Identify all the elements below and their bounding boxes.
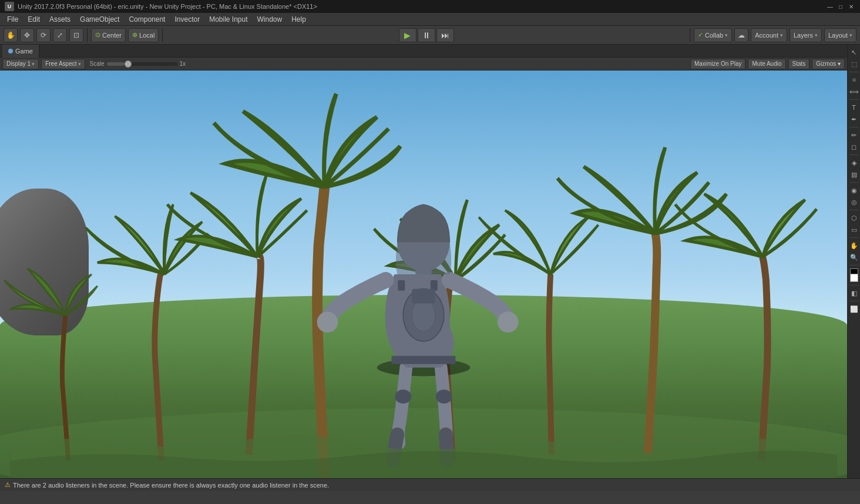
rt-sep-6 xyxy=(849,210,859,210)
pivot-local-label: Local xyxy=(139,32,154,39)
mute-audio-label: Mute Audio xyxy=(752,61,781,67)
aspect-label: Free Aspect xyxy=(45,61,76,67)
rt-select-icon[interactable]: ⬚ xyxy=(849,59,859,69)
cloud-button[interactable]: ☁ xyxy=(734,28,748,42)
collab-label: Collab xyxy=(705,32,723,39)
status-message: There are 2 audio listeners in the scene… xyxy=(13,482,329,489)
maximize-on-play-button[interactable]: Maximize On Play xyxy=(690,59,746,69)
game-tab-bar: Game xyxy=(0,45,847,58)
background-color[interactable] xyxy=(850,274,858,282)
status-bar: ⚠ There are 2 audio listeners in the sce… xyxy=(0,478,860,491)
stats-button[interactable]: Stats xyxy=(788,59,810,69)
rt-gradient-icon[interactable]: ▤ xyxy=(849,169,859,180)
rt-zoom-icon[interactable]: 🔍 xyxy=(849,252,859,263)
rt-sep-4 xyxy=(849,154,859,155)
rt-dodge-icon[interactable]: ◎ xyxy=(849,197,859,207)
pivot-center-button[interactable]: ⊙ Center xyxy=(91,28,126,42)
game-tab[interactable]: Game xyxy=(2,45,39,58)
close-button[interactable]: ✕ xyxy=(847,2,855,11)
layers-arrow: ▾ xyxy=(815,32,818,38)
account-arrow: ▾ xyxy=(780,32,783,38)
toolbar-right: ✓ Collab ▾ ☁ Account ▾ Layers ▾ Layout ▾ xyxy=(694,28,856,42)
rt-shape-icon[interactable]: ▭ xyxy=(849,224,859,235)
unity-logo: U xyxy=(5,2,14,11)
rt-sep-10 xyxy=(849,301,859,301)
maximize-on-play-label: Maximize On Play xyxy=(694,61,742,67)
account-label: Account xyxy=(755,32,778,39)
collab-arrow: ▾ xyxy=(725,32,728,38)
toolbar-sep-3 xyxy=(690,28,690,42)
layers-label: Layers xyxy=(794,32,813,39)
scale-label: Scale xyxy=(90,61,105,67)
rt-sep-1 xyxy=(849,72,859,72)
play-button[interactable]: ▶ xyxy=(399,28,416,42)
rt-sep-2 xyxy=(849,99,859,100)
gizmos-label: Gizmos ▾ xyxy=(816,61,841,67)
window-title: Unity 2017.2.0f3 Personal (64bit) - eric… xyxy=(18,3,317,10)
menu-invector[interactable]: Invector xyxy=(170,14,204,25)
rt-hand-icon[interactable]: ✋ xyxy=(849,240,859,251)
display-label: Display 1 xyxy=(6,61,31,67)
stats-label: Stats xyxy=(792,61,806,67)
rock xyxy=(0,189,89,335)
rt-crop-icon[interactable]: ⌗ xyxy=(849,75,859,85)
rt-blur-icon[interactable]: ◉ xyxy=(849,185,859,196)
display-button[interactable]: Display 1 ▾ xyxy=(2,59,39,69)
collab-button[interactable]: ✓ Collab ▾ xyxy=(694,28,732,42)
menu-component[interactable]: Component xyxy=(124,14,170,25)
menu-assets[interactable]: Assets xyxy=(45,14,75,25)
menu-gameobject[interactable]: GameObject xyxy=(75,14,124,25)
game-tab-label: Game xyxy=(15,48,33,55)
step-button[interactable]: ⏭ xyxy=(436,28,454,42)
rt-path-icon[interactable]: ⬡ xyxy=(849,213,859,223)
menu-bar: File Edit Assets GameObject Component In… xyxy=(0,13,860,26)
status-warning-icon: ⚠ xyxy=(5,481,11,489)
menu-edit[interactable]: Edit xyxy=(23,14,45,25)
menu-mobile-input[interactable]: Mobile Input xyxy=(204,14,252,25)
rt-sep-9 xyxy=(849,285,859,285)
layout-button[interactable]: Layout ▾ xyxy=(824,28,856,42)
rt-arrow-icon[interactable]: ↖ xyxy=(849,47,859,58)
gizmos-button[interactable]: Gizmos ▾ xyxy=(812,59,845,69)
menu-window[interactable]: Window xyxy=(253,14,287,25)
pause-button[interactable]: ⏸ xyxy=(418,28,435,42)
title-bar: U Unity 2017.2.0f3 Personal (64bit) - er… xyxy=(0,0,860,13)
rt-screen-mode-icon[interactable]: ⬜ xyxy=(849,304,859,314)
maximize-button[interactable]: □ xyxy=(837,2,845,11)
tab-icon xyxy=(8,49,13,53)
rt-quick-mask-icon[interactable]: ◧ xyxy=(849,288,859,298)
rect-tool-button[interactable]: ⊡ xyxy=(69,28,83,42)
scale-tool-button[interactable]: ⤢ xyxy=(53,28,67,42)
layers-button[interactable]: Layers ▾ xyxy=(790,28,822,42)
rt-paint-icon[interactable]: ◈ xyxy=(849,157,859,168)
mute-audio-button[interactable]: Mute Audio xyxy=(748,59,785,69)
scale-slider[interactable] xyxy=(107,62,177,66)
game-panel: Game Display 1 ▾ Free Aspect ▾ Scale 1x xyxy=(0,45,847,478)
pivot-local-button[interactable]: ⊕ Local xyxy=(128,28,159,42)
rt-pen-icon[interactable]: ✒ xyxy=(849,114,859,125)
rt-sep-5 xyxy=(849,182,859,183)
layout-arrow: ▾ xyxy=(849,32,852,38)
rt-text-icon[interactable]: T xyxy=(849,102,859,113)
rt-measure-icon[interactable]: ⟺ xyxy=(849,86,859,97)
game-area: Game Display 1 ▾ Free Aspect ▾ Scale 1x xyxy=(0,45,860,478)
menu-help[interactable]: Help xyxy=(287,14,311,25)
play-controls: ▶ ⏸ ⏭ xyxy=(166,28,686,42)
aspect-button[interactable]: Free Aspect ▾ xyxy=(41,59,85,69)
rt-sep-7 xyxy=(849,237,859,238)
right-toolbar: ↖ ⬚ ⌗ ⟺ T ✒ ✏ ◻ ◈ ▤ ◉ ◎ ⬡ ▭ ✋ 🔍 ◧ ⬜ xyxy=(847,45,860,478)
move-tool-button[interactable]: ✥ xyxy=(20,28,34,42)
toolbar-sep-2 xyxy=(162,28,163,42)
account-button[interactable]: Account ▾ xyxy=(751,28,787,42)
game-toolbar: Display 1 ▾ Free Aspect ▾ Scale 1x Maxim… xyxy=(0,58,847,70)
hand-tool-button[interactable]: ✋ xyxy=(4,28,18,42)
rotate-tool-button[interactable]: ⟳ xyxy=(36,28,51,42)
rt-brush-icon[interactable]: ✏ xyxy=(849,130,859,140)
minimize-button[interactable]: — xyxy=(826,2,834,11)
scale-value: 1x xyxy=(180,61,186,67)
rt-sep-3 xyxy=(849,127,859,127)
menu-file[interactable]: File xyxy=(2,14,23,25)
game-viewport xyxy=(0,70,847,478)
terrain xyxy=(0,295,847,478)
rt-eraser-icon[interactable]: ◻ xyxy=(849,142,859,152)
